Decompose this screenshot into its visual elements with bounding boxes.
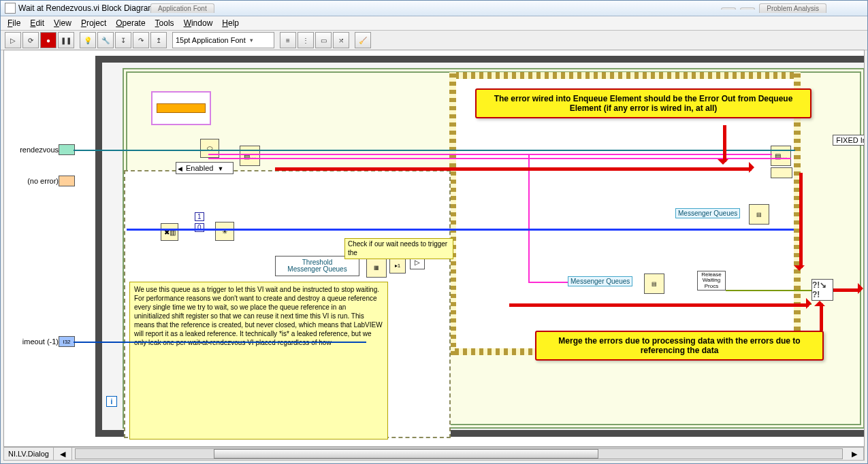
statusbar: NI.LV.Dialog ◀ ▶ bbox=[3, 447, 865, 461]
cluster-constant[interactable] bbox=[151, 91, 211, 125]
vi-icon bbox=[5, 3, 16, 14]
highlight-exec-button[interactable]: 💡 bbox=[80, 32, 96, 48]
wire-error-drop bbox=[528, 154, 530, 283]
block-diagram-canvas[interactable]: rendezvous (no error) imeout (-1) I32 No… bbox=[4, 50, 865, 447]
messenger-queues-label-bottom[interactable]: Messenger Queues bbox=[568, 276, 632, 286]
wire-error-top2 bbox=[208, 158, 791, 159]
scroll-right-button[interactable]: ▶ bbox=[846, 448, 864, 460]
wire-timeout bbox=[74, 342, 366, 343]
status-path[interactable]: NI.LV.Dialog bbox=[4, 448, 54, 460]
dequeue-element-node[interactable]: ▤… bbox=[771, 146, 791, 166]
align-button[interactable]: ≡ bbox=[280, 32, 296, 48]
diagram-scroll-viewport[interactable]: rendezvous (no error) imeout (-1) I32 No… bbox=[3, 50, 865, 447]
window-title: Wait at Rendezvous.vi Block Diagram * bbox=[18, 3, 160, 13]
toolbar: ▷ ⟳ ● ❚❚ 💡 🔧 ↧ ↷ ↥ 15pt Application Font… bbox=[1, 31, 867, 50]
retain-wire-values-button[interactable]: 🔧 bbox=[97, 32, 114, 48]
abort-button[interactable]: ● bbox=[40, 32, 57, 48]
comment-check-wait: Check if our wait needs to trigger the bbox=[344, 238, 453, 259]
wire-data-bus bbox=[127, 229, 794, 231]
annotation-arrowhead-mergeout bbox=[858, 283, 865, 294]
enqueue-element-node[interactable]: ▤… bbox=[240, 146, 260, 166]
annotation-callout-top: The error wired into Enqueue Element sho… bbox=[475, 88, 811, 118]
fixed-implementation-label: FIXED Implementation bbox=[833, 135, 865, 146]
resize-button[interactable]: ▭ bbox=[315, 32, 332, 48]
terminal-timeout[interactable]: I32 bbox=[59, 336, 75, 347]
run-continuous-button[interactable]: ⟳ bbox=[22, 32, 39, 48]
titlebar[interactable]: Wait at Rendezvous.vi Block Diagram * bbox=[1, 1, 867, 16]
messenger-queues-label-top[interactable]: Messenger Queues bbox=[675, 208, 740, 218]
step-into-button[interactable]: ↧ bbox=[115, 32, 131, 48]
menu-tools[interactable]: Tools bbox=[155, 18, 174, 28]
annotation-arrowhead-lower bbox=[806, 298, 817, 309]
inner-sequence-structure[interactable] bbox=[455, 78, 795, 350]
menu-project[interactable]: Project bbox=[81, 18, 106, 28]
wire-rendezvous-ref bbox=[74, 150, 795, 151]
terminal-rendezvous[interactable] bbox=[59, 144, 75, 155]
label-error-in: (no error) bbox=[4, 177, 61, 185]
wire-error-out-lower2 bbox=[726, 303, 811, 305]
disable-selector[interactable]: Enabled bbox=[176, 162, 234, 174]
wire-error-top bbox=[208, 154, 772, 155]
constant-one[interactable]: 1 bbox=[195, 212, 204, 221]
block-diagram-window: Wait at Rendezvous.vi Block Diagram * Ap… bbox=[0, 0, 868, 464]
menu-window[interactable]: Window bbox=[184, 18, 213, 28]
pause-button[interactable]: ❚❚ bbox=[58, 32, 74, 48]
menu-help[interactable]: Help bbox=[222, 18, 239, 28]
label-rendezvous: rendezvous bbox=[4, 146, 61, 154]
distribute-button[interactable]: ⋮ bbox=[298, 32, 314, 48]
terminal-error-in[interactable] bbox=[59, 176, 75, 186]
enqueue-right-node[interactable]: ▤ bbox=[749, 204, 769, 225]
scrollbar-thumb[interactable] bbox=[214, 449, 598, 459]
constant-zero[interactable]: 0 bbox=[195, 223, 204, 232]
step-over-button[interactable]: ↷ bbox=[133, 32, 149, 48]
wire-error-out-lower bbox=[726, 290, 811, 291]
step-out-button[interactable]: ↥ bbox=[150, 32, 167, 48]
release-waiting-procs-node[interactable]: Release Waiting Procs bbox=[697, 271, 726, 291]
mqueue-label-1: Messenger Queues bbox=[287, 266, 347, 274]
index-subvi[interactable]: ▸1 bbox=[389, 257, 406, 274]
annotation-arrowhead-top bbox=[749, 162, 760, 173]
menu-edit[interactable]: Edit bbox=[30, 18, 44, 28]
menu-operate[interactable]: Operate bbox=[116, 18, 145, 28]
scroll-left-button[interactable]: ◀ bbox=[54, 448, 72, 460]
menu-file[interactable]: File bbox=[7, 18, 20, 28]
cleanup-button[interactable]: 🧹 bbox=[355, 32, 371, 48]
comment-queue-trigger: We use this queue as a trigger to let th… bbox=[129, 282, 388, 440]
select-node[interactable]: ✳ bbox=[215, 222, 234, 241]
menubar[interactable]: File Edit View Project Operate Tools Win… bbox=[1, 16, 867, 31]
build-array-node[interactable]: ✖▥ bbox=[161, 223, 178, 241]
cluster-element bbox=[157, 103, 206, 113]
iteration-terminal-icon[interactable]: i bbox=[106, 396, 117, 407]
horizontal-scrollbar[interactable] bbox=[75, 448, 843, 459]
menu-view[interactable]: View bbox=[54, 18, 71, 28]
annotation-arrowhead-right1 bbox=[794, 265, 805, 276]
dequeue-right-node[interactable]: ▤ bbox=[644, 274, 664, 294]
annotation-arrowhead-top-drop bbox=[718, 159, 728, 170]
aux-node[interactable] bbox=[771, 167, 792, 178]
label-timeout: imeout (-1) bbox=[4, 337, 61, 346]
run-button[interactable]: ▷ bbox=[5, 32, 21, 48]
wire-error-to-mq bbox=[528, 282, 568, 283]
font-selector[interactable]: 15pt Application Font bbox=[172, 32, 274, 48]
compare-subvi[interactable]: ▦ bbox=[366, 257, 387, 278]
reorder-button[interactable]: ⤯ bbox=[333, 32, 349, 48]
annotation-callout-bottom: Merge the errors due to processing data … bbox=[535, 331, 824, 361]
